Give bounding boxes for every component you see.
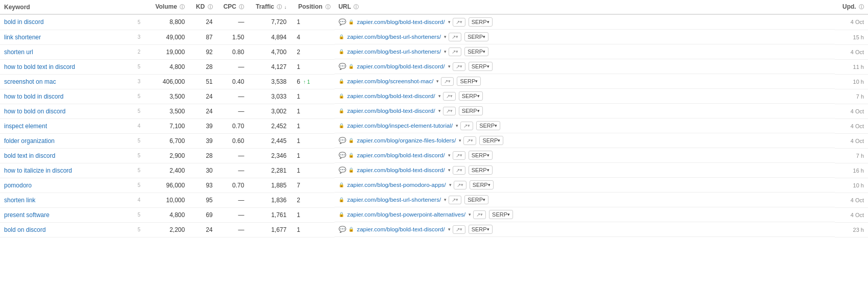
trend-button[interactable]: ↗ ▾ [453,18,465,27]
keyword-link[interactable]: screenshot on mac [4,78,56,85]
keyword-link[interactable]: folder organization [4,137,55,145]
serp-button[interactable]: SERP ▾ [469,165,493,175]
url-dropdown-arrow[interactable]: ▾ [444,34,447,39]
serp-button[interactable]: SERP ▾ [476,121,500,130]
header-volume[interactable]: Volume ⓘ [145,0,189,14]
position-change: ↑ 1 [302,79,310,85]
keyword-link[interactable]: shorten url [4,49,33,56]
url-dropdown-arrow[interactable]: ▾ [469,212,471,217]
trend-button[interactable]: ↗ ▾ [449,47,461,56]
url-link[interactable]: zapier.com/blog/bold-text-discord/ [357,19,445,25]
keyword-link[interactable]: bold text in discord [4,152,55,159]
url-info-icon[interactable]: ⓘ [353,4,359,10]
trend-button[interactable]: ↗ ▾ [453,166,465,175]
header-keyword[interactable]: Keyword [0,0,128,14]
url-dropdown-arrow[interactable]: ▾ [459,138,461,143]
url-link[interactable]: zapier.com/blog/bold-text-discord/ [347,93,435,99]
url-link[interactable]: zapier.com/blog/bold-text-discord/ [357,63,445,69]
keyword-link[interactable]: present software [4,211,50,219]
url-link[interactable]: zapier.com/blog/bold-text-discord/ [347,108,435,114]
url-link[interactable]: zapier.com/blog/bold-text-discord/ [357,167,445,173]
serp-button[interactable]: SERP ▾ [470,180,494,189]
traffic-info-icon[interactable]: ⓘ [277,4,282,10]
keyword-cell: bold text in discord [0,148,128,163]
lock-icon: 🔒 [348,19,354,25]
volume-cell: 19,000 [145,44,189,59]
serp-button[interactable]: SERP ▾ [469,62,493,71]
trend-button[interactable]: ↗ ▾ [441,77,454,86]
trend-button[interactable]: ↗ ▾ [473,210,486,219]
url-cell: 🔒zapier.com/blog/best-pomodoro-apps/▾↗ ▾… [335,178,835,193]
header-upd[interactable]: Upd. ⓘ [835,0,868,14]
header-kd[interactable]: KD ⓘ [189,0,216,14]
keyword-cell: how to bold in discord [0,89,128,104]
url-link[interactable]: zapier.com/blog/best-powerpoint-alternat… [347,211,465,218]
keyword-link[interactable]: how to bold on discord [4,108,65,115]
trend-button[interactable]: ↗ ▾ [463,136,476,145]
url-link[interactable]: zapier.com/blog/best-url-shorteners/ [347,34,441,40]
keyword-link[interactable]: bold in discord [4,18,43,26]
url-link[interactable]: zapier.com/blog/best-pomodoro-apps/ [347,182,446,188]
header-url[interactable]: URL ⓘ [335,0,835,14]
trend-button[interactable]: ↗ ▾ [449,33,461,41]
url-dropdown-arrow[interactable]: ▾ [438,108,441,113]
url-dropdown-arrow[interactable]: ▾ [438,93,441,99]
url-link[interactable]: zapier.com/blog/screenshot-mac/ [347,78,434,84]
serp-button[interactable]: SERP ▾ [489,210,513,219]
trend-button[interactable]: ↗ ▾ [453,225,465,234]
trend-button[interactable]: ↗ ▾ [453,151,465,160]
url-dropdown-arrow[interactable]: ▾ [456,123,458,128]
traffic-cell: 3,538 [248,74,291,89]
traffic-cell: 7,720 [248,14,291,30]
upd-info-icon[interactable]: ⓘ [859,4,864,10]
header-cpc[interactable]: CPC ⓘ [217,0,249,14]
header-traffic[interactable]: Traffic ⓘ ↓ [248,0,291,14]
url-dropdown-arrow[interactable]: ▾ [448,153,451,158]
url-link[interactable]: zapier.com/blog/inspect-element-tutorial… [347,123,453,129]
url-link[interactable]: zapier.com/blog/bold-text-discord/ [357,152,445,158]
trend-button[interactable]: ↗ ▾ [453,62,465,71]
url-dropdown-arrow[interactable]: ▾ [449,182,452,187]
trend-button[interactable]: ↗ ▾ [443,107,456,115]
url-dropdown-arrow[interactable]: ▾ [448,168,451,173]
lock-icon: 🔒 [348,153,354,158]
trend-button[interactable]: ↗ ▾ [454,181,466,189]
position-info-icon[interactable]: ⓘ [325,4,330,10]
url-link[interactable]: zapier.com/blog/best-url-shorteners/ [347,49,441,55]
url-dropdown-arrow[interactable]: ▾ [448,19,451,25]
keyword-link[interactable]: bold on discord [4,226,46,233]
url-dropdown-arrow[interactable]: ▾ [444,49,447,54]
serp-button[interactable]: SERP ▾ [479,136,503,145]
serp-button[interactable]: SERP ▾ [464,32,488,41]
url-dropdown-arrow[interactable]: ▾ [436,79,439,84]
url-link[interactable]: zapier.com/blog/bold-text-discord/ [357,226,445,232]
trend-button[interactable]: ↗ ▾ [460,122,473,130]
header-position[interactable]: Position ⓘ [291,0,335,14]
serp-button[interactable]: SERP ▾ [464,47,488,56]
keyword-link[interactable]: shorten link [4,197,35,204]
keyword-link[interactable]: how to bold text in discord [4,63,75,70]
serp-button[interactable]: SERP ▾ [457,77,481,86]
volume-info-icon[interactable]: ⓘ [180,4,185,10]
cpc-info-icon[interactable]: ⓘ [239,4,244,10]
url-link[interactable]: zapier.com/blog/organize-files-folders/ [357,137,456,144]
url-link[interactable]: zapier.com/blog/best-url-shorteners/ [347,197,441,203]
trend-button[interactable]: ↗ ▾ [449,196,461,204]
keyword-link[interactable]: pomodoro [4,182,32,189]
keyword-link[interactable]: how to bold in discord [4,93,63,100]
url-dropdown-arrow[interactable]: ▾ [448,64,451,69]
serp-button[interactable]: SERP ▾ [459,91,483,101]
serp-button[interactable]: SERP ▾ [469,151,493,160]
keyword-link[interactable]: inspect element [4,123,47,130]
serp-button[interactable]: SERP ▾ [464,195,488,204]
keyword-link[interactable]: link shortener [4,34,41,41]
trend-button[interactable]: ↗ ▾ [443,92,456,101]
serp-button[interactable]: SERP ▾ [459,106,483,115]
url-cell: 💬🔒zapier.com/blog/bold-text-discord/▾↗ ▾… [335,163,835,178]
keyword-link[interactable]: how to italicize in discord [4,167,72,174]
url-dropdown-arrow[interactable]: ▾ [448,227,451,232]
kd-info-icon[interactable]: ⓘ [208,4,213,10]
serp-button[interactable]: SERP ▾ [469,17,493,27]
serp-button[interactable]: SERP ▾ [469,225,493,234]
url-dropdown-arrow[interactable]: ▾ [444,197,447,202]
